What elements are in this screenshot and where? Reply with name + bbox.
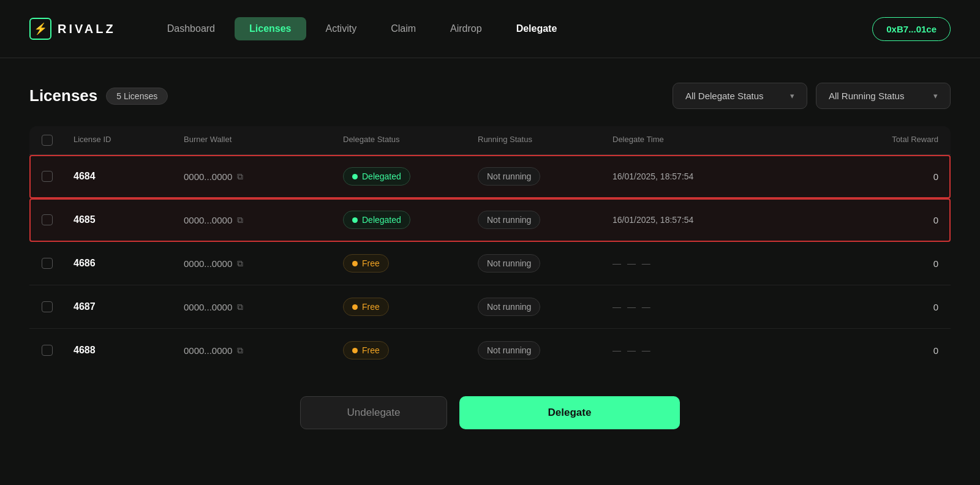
undelegate-button[interactable]: Undelegate <box>300 396 447 429</box>
running-status-filter[interactable]: All Running Status ▾ <box>816 83 951 109</box>
row-checkbox[interactable] <box>42 345 74 356</box>
licenses-header: Licenses 5 Licenses All Delegate Status … <box>29 83 951 109</box>
bottom-actions: Undelegate Delegate <box>29 396 951 429</box>
burner-wallet: 0000...0000 ⧉ <box>184 171 343 182</box>
running-status: Not running <box>478 341 612 359</box>
orange-dot-icon <box>352 348 358 353</box>
copy-icon[interactable]: ⧉ <box>237 258 243 269</box>
running-status: Not running <box>478 298 612 316</box>
licenses-title: Licenses <box>29 86 97 105</box>
header-license-id: License ID <box>74 135 184 146</box>
chevron-down-icon: ▾ <box>933 91 938 100</box>
nav-item-airdrop[interactable]: Airdrop <box>435 17 497 40</box>
license-id: 4688 <box>74 345 184 356</box>
header-delegate-time: Delegate Time <box>612 135 796 146</box>
navbar: ⚡ RIVALZ Dashboard Licenses Activity Cla… <box>0 0 980 58</box>
total-reward: 0 <box>796 171 938 182</box>
total-reward: 0 <box>796 302 938 312</box>
wallet-button[interactable]: 0xB7...01ce <box>872 17 951 41</box>
nav-item-licenses[interactable]: Licenses <box>235 17 306 40</box>
filters: All Delegate Status ▾ All Running Status… <box>673 83 951 109</box>
nav-item-delegate[interactable]: Delegate <box>502 17 572 40</box>
running-status: Not running <box>478 211 612 229</box>
delegate-time: — — — <box>612 345 796 355</box>
delegate-time: — — — <box>612 258 796 268</box>
license-id: 4686 <box>74 258 184 269</box>
logo-text: RIVALZ <box>58 22 116 36</box>
nav-links: Dashboard Licenses Activity Claim Airdro… <box>153 17 873 40</box>
table-row: 4688 0000...0000 ⧉ Free Not running — — … <box>29 329 951 372</box>
nav-item-dashboard[interactable]: Dashboard <box>153 17 230 40</box>
table-row: 4684 0000...0000 ⧉ Delegated Not running… <box>29 155 951 198</box>
burner-wallet: 0000...0000 ⧉ <box>184 302 343 312</box>
delegate-button[interactable]: Delegate <box>459 396 680 429</box>
licenses-badge: 5 Licenses <box>106 88 168 105</box>
license-id: 4684 <box>74 171 184 182</box>
copy-icon[interactable]: ⧉ <box>237 215 243 225</box>
delegate-time: 16/01/2025, 18:57:54 <box>612 171 796 181</box>
header-burner-wallet: Burner Wallet <box>184 135 343 146</box>
copy-icon[interactable]: ⧉ <box>237 302 243 312</box>
header-running-status: Running Status <box>478 135 612 146</box>
delegate-time: — — — <box>612 302 796 312</box>
header-total-reward: Total Reward <box>796 135 938 146</box>
burner-wallet: 0000...0000 ⧉ <box>184 258 343 269</box>
nav-item-claim[interactable]: Claim <box>376 17 431 40</box>
delegate-status: Free <box>343 254 478 273</box>
licenses-title-group: Licenses 5 Licenses <box>29 86 168 105</box>
header-checkbox-col <box>42 135 74 146</box>
row-checkbox[interactable] <box>42 258 74 269</box>
delegate-status: Delegated <box>343 167 478 186</box>
burner-wallet: 0000...0000 ⧉ <box>184 215 343 225</box>
licenses-table: License ID Burner Wallet Delegate Status… <box>29 126 951 372</box>
delegate-status: Free <box>343 298 478 316</box>
green-dot-icon <box>352 174 358 179</box>
delegate-status: Free <box>343 341 478 359</box>
license-id: 4685 <box>74 214 184 225</box>
green-dot-icon <box>352 217 358 223</box>
table-row: 4686 0000...0000 ⧉ Free Not running — — … <box>29 242 951 285</box>
orange-dot-icon <box>352 304 358 310</box>
row-checkbox[interactable] <box>42 171 74 182</box>
license-id: 4687 <box>74 301 184 312</box>
header-delegate-status: Delegate Status <box>343 135 478 146</box>
logo[interactable]: ⚡ RIVALZ <box>29 18 116 40</box>
table-row: 4685 0000...0000 ⧉ Delegated Not running… <box>29 198 951 242</box>
total-reward: 0 <box>796 258 938 269</box>
delegate-status: Delegated <box>343 211 478 229</box>
copy-icon[interactable]: ⧉ <box>237 171 243 182</box>
main-content: Licenses 5 Licenses All Delegate Status … <box>0 58 980 454</box>
running-status: Not running <box>478 167 612 186</box>
row-checkbox[interactable] <box>42 301 74 312</box>
delegate-status-filter[interactable]: All Delegate Status ▾ <box>673 83 807 109</box>
select-all-checkbox[interactable] <box>42 135 53 146</box>
total-reward: 0 <box>796 215 938 225</box>
orange-dot-icon <box>352 261 358 266</box>
row-checkbox[interactable] <box>42 214 74 225</box>
burner-wallet: 0000...0000 ⧉ <box>184 345 343 356</box>
running-status: Not running <box>478 254 612 273</box>
table-row: 4687 0000...0000 ⧉ Free Not running — — … <box>29 285 951 329</box>
chevron-down-icon: ▾ <box>790 91 794 100</box>
table-header: License ID Burner Wallet Delegate Status… <box>29 126 951 155</box>
total-reward: 0 <box>796 345 938 356</box>
delegate-time: 16/01/2025, 18:57:54 <box>612 215 796 225</box>
logo-icon: ⚡ <box>29 18 51 40</box>
nav-item-activity[interactable]: Activity <box>311 17 372 40</box>
copy-icon[interactable]: ⧉ <box>237 345 243 356</box>
